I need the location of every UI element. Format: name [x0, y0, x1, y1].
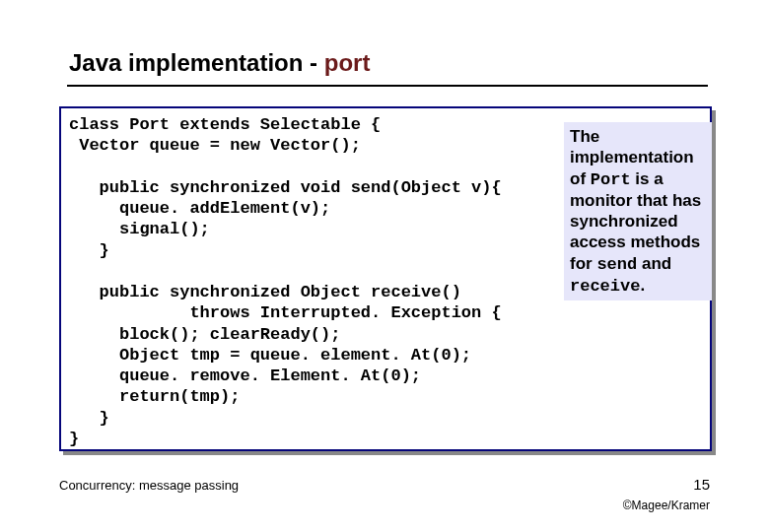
note-box: The implementation of Port is a monitor …: [564, 122, 712, 300]
slide-title: Java implementation - port: [69, 49, 370, 77]
footer-left: Concurrency: message passing: [59, 478, 239, 493]
footer-page: 15: [693, 476, 710, 493]
footer-credit: ©Magee/Kramer: [623, 499, 710, 512]
code-line: return(tmp);: [69, 387, 240, 406]
code-line: public synchronized void send(Object v){: [69, 178, 502, 197]
code-line: }: [69, 430, 79, 448]
code-line: queue. addElement(v);: [69, 199, 330, 218]
code-line: Object tmp = queue. element. At(0);: [69, 346, 471, 365]
code-line: class Port extends Selectable {: [69, 115, 381, 134]
note-text: and: [637, 254, 671, 273]
code-line: }: [69, 241, 109, 260]
code-line: Vector queue = new Vector();: [69, 136, 361, 155]
title-underline: [67, 85, 708, 87]
title-port: port: [324, 49, 371, 76]
code-line: }: [69, 409, 109, 428]
code-line: block(); clearReady();: [69, 325, 340, 344]
slide: Java implementation - port class Port ex…: [0, 0, 769, 532]
note-send: send: [596, 255, 637, 274]
title-prefix: Java implementation -: [69, 49, 324, 76]
note-receive: receive: [570, 277, 640, 296]
code-line: queue. remove. Element. At(0);: [69, 366, 421, 385]
code-line: throws Interrupted. Exception {: [69, 303, 502, 322]
code-line: signal();: [69, 220, 210, 238]
note-text: .: [640, 276, 645, 295]
note-port: Port: [591, 170, 631, 189]
code-line: public synchronized Object receive(): [69, 283, 461, 301]
